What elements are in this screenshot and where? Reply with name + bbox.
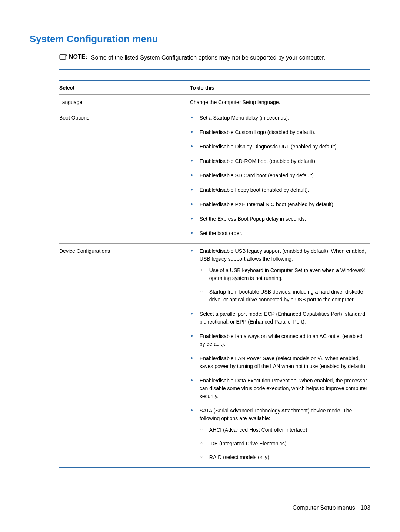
row-select: Boot Options [59, 110, 190, 244]
list-item: IDE (Integrated Drive Electronics) [200, 440, 368, 454]
col-header-todo: To do this [190, 81, 370, 95]
table-row: Language Change the Computer Setup langu… [59, 95, 370, 110]
list-item: Set the boot order. [190, 230, 368, 240]
list-item: Use of a USB keyboard in Computer Setup … [200, 267, 368, 288]
footer-section: Computer Setup menus [293, 505, 355, 511]
list-item: Enable/disable Custom Logo (disabled by … [190, 128, 368, 143]
bullet-list: Set a Startup Menu delay (in seconds). E… [190, 114, 368, 240]
table-row: Boot Options Set a Startup Menu delay (i… [59, 110, 370, 244]
list-item: Select a parallel port mode: ECP (Enhanc… [190, 310, 368, 332]
list-item: Enable/disable USB legacy support (enabl… [190, 247, 368, 310]
row-todo: Enable/disable USB legacy support (enabl… [190, 244, 370, 468]
page-footer: Computer Setup menus 103 [293, 505, 370, 511]
list-item: RAID (select models only) [200, 454, 368, 461]
sub-list: AHCI (Advanced Host Controller Interface… [200, 422, 368, 461]
note-block: NOTE: Some of the listed System Configur… [59, 51, 370, 70]
footer-page-number: 103 [360, 505, 370, 511]
sub-list: Use of a USB keyboard in Computer Setup … [200, 263, 368, 304]
list-item: Set the Express Boot Popup delay in seco… [190, 215, 368, 230]
list-item: Enable/disable Display Diagnostic URL (e… [190, 143, 368, 157]
page-heading: System Configuration menu [30, 33, 370, 45]
list-item: SATA (Serial Advanced Technology Attachm… [190, 407, 368, 464]
page: System Configuration menu NOTE: Some of … [0, 0, 400, 532]
list-item: Enable/disable floppy boot (enabled by d… [190, 186, 368, 201]
row-todo: Set a Startup Menu delay (in seconds). E… [190, 110, 370, 244]
list-item: Enable/disable LAN Power Save (select mo… [190, 355, 368, 377]
note-text: Some of the listed System Configuration … [91, 54, 325, 62]
row-select: Language [59, 95, 190, 110]
config-table: Select To do this Language Change the Co… [59, 80, 370, 468]
list-item: Enable/disable PXE Internal NIC boot (en… [190, 201, 368, 215]
list-item: Set a Startup Menu delay (in seconds). [190, 114, 368, 128]
col-header-select: Select [59, 81, 190, 95]
row-todo: Change the Computer Setup language. [190, 95, 370, 110]
list-item: Enable/disable SD Card boot (enabled by … [190, 172, 368, 186]
list-item: Startup from bootable USB devices, inclu… [200, 288, 368, 304]
list-item: Enable/disable Data Execution Prevention… [190, 377, 368, 407]
bullet-list: Enable/disable USB legacy support (enabl… [190, 247, 368, 464]
list-item: Enable/disable CD-ROM boot (enabled by d… [190, 157, 368, 172]
row-select: Device Configurations [59, 244, 190, 468]
list-item: Enable/disable fan always on while conne… [190, 332, 368, 355]
note-label: NOTE: [69, 54, 87, 60]
table-header-row: Select To do this [59, 81, 370, 95]
note-icon [59, 54, 67, 60]
list-item: AHCI (Advanced Host Controller Interface… [200, 426, 368, 440]
table-row: Device Configurations Enable/disable USB… [59, 244, 370, 468]
config-table-wrap: Select To do this Language Change the Co… [59, 80, 370, 468]
